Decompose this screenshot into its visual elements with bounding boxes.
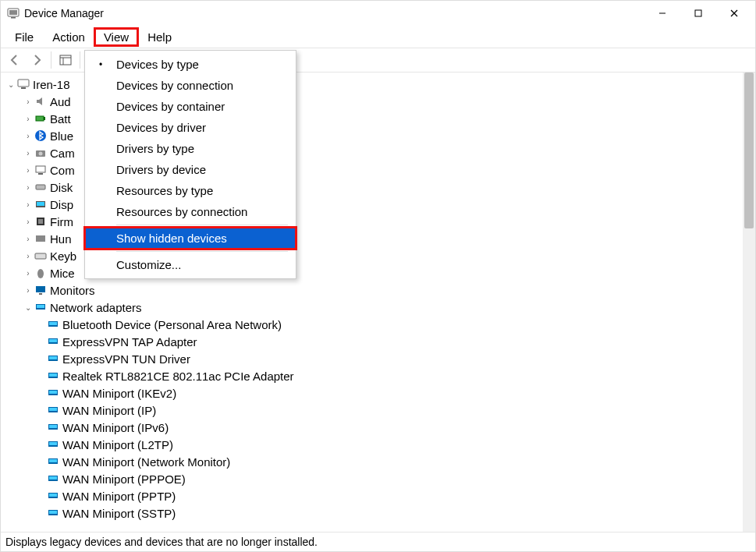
menu-item-label: Show hidden devices bbox=[116, 232, 227, 245]
expand-icon[interactable]: › bbox=[23, 269, 34, 278]
menu-view[interactable]: View bbox=[94, 28, 138, 46]
menu-devices-by-connection[interactable]: Devices by connection bbox=[85, 75, 296, 96]
device-label: WAN Miniport (IPv6) bbox=[62, 421, 169, 434]
tree-device[interactable]: WAN Miniport (IPv6) bbox=[1, 419, 743, 436]
svg-rect-44 bbox=[49, 425, 57, 428]
menu-item-label: Resources by connection bbox=[116, 205, 247, 218]
tree-category-monitors[interactable]: ›Monitors bbox=[1, 281, 743, 299]
svg-rect-1 bbox=[9, 10, 17, 15]
menu-help[interactable]: Help bbox=[138, 28, 181, 46]
close-button[interactable] bbox=[716, 1, 752, 26]
expand-icon[interactable]: › bbox=[23, 183, 34, 192]
statusbar-text: Displays legacy devices and devices that… bbox=[5, 536, 318, 548]
svg-rect-50 bbox=[49, 476, 57, 479]
tree-device[interactable]: WAN Miniport (Network Monitor) bbox=[1, 453, 743, 470]
expand-icon[interactable]: › bbox=[23, 200, 34, 209]
collapse-icon[interactable]: ⌄ bbox=[5, 80, 16, 89]
svg-rect-2 bbox=[11, 17, 16, 19]
expand-icon[interactable]: › bbox=[23, 132, 34, 140]
tree-device[interactable]: WAN Miniport (IP) bbox=[1, 402, 743, 419]
collapse-icon[interactable]: ⌄ bbox=[23, 303, 34, 312]
expand-icon[interactable]: › bbox=[23, 115, 34, 123]
menu-customize[interactable]: Customize... bbox=[85, 254, 296, 275]
svg-rect-7 bbox=[60, 55, 71, 65]
menu-separator bbox=[116, 251, 288, 252]
menu-resources-by-type[interactable]: Resources by type bbox=[85, 180, 296, 201]
battery-icon bbox=[34, 112, 48, 125]
network-adapter-icon bbox=[46, 352, 60, 365]
category-label: Cam bbox=[50, 147, 75, 160]
forward-button[interactable] bbox=[27, 51, 46, 69]
menu-item-label: Devices by type bbox=[116, 58, 199, 71]
scrollbar-thumb[interactable] bbox=[744, 73, 754, 228]
tree-device[interactable]: ExpressVPN TUN Driver bbox=[1, 350, 743, 367]
device-label: Bluetooth Device (Personal Area Network) bbox=[62, 318, 282, 331]
tree-device[interactable]: WAN Miniport (L2TP) bbox=[1, 436, 743, 453]
menu-file[interactable]: File bbox=[5, 28, 43, 46]
tree-device[interactable]: ExpressVPN TAP Adapter bbox=[1, 333, 743, 350]
network-adapter-icon bbox=[34, 301, 48, 313]
network-adapter-icon bbox=[46, 455, 60, 468]
menu-devices-by-type[interactable]: •Devices by type bbox=[85, 54, 296, 75]
expand-icon[interactable]: › bbox=[23, 218, 34, 226]
computer-icon bbox=[34, 164, 48, 176]
svg-point-26 bbox=[37, 269, 44, 278]
menu-action[interactable]: Action bbox=[43, 28, 94, 46]
menu-item-label: Drivers by type bbox=[116, 142, 194, 155]
expand-icon[interactable]: › bbox=[23, 286, 34, 295]
tree-device[interactable]: WAN Miniport (PPPOE) bbox=[1, 470, 743, 487]
expand-icon[interactable]: › bbox=[23, 252, 34, 260]
svg-rect-13 bbox=[44, 117, 45, 120]
device-manager-icon bbox=[7, 7, 20, 19]
category-label: Monitors bbox=[50, 284, 95, 297]
svg-rect-10 bbox=[18, 80, 29, 87]
back-button[interactable] bbox=[5, 51, 24, 69]
maximize-button[interactable] bbox=[680, 1, 716, 26]
minimize-button[interactable] bbox=[644, 1, 680, 26]
category-label: Keyb bbox=[50, 249, 76, 263]
expand-icon[interactable]: › bbox=[23, 149, 34, 157]
hid-icon bbox=[34, 232, 48, 245]
menu-drivers-by-type[interactable]: Drivers by type bbox=[85, 138, 296, 159]
category-label: Hun bbox=[50, 232, 72, 246]
monitor-icon bbox=[34, 284, 48, 296]
category-label: Firm bbox=[50, 215, 73, 228]
show-hide-console-tree-button[interactable] bbox=[56, 51, 75, 69]
tree-device[interactable]: WAN Miniport (SSTP) bbox=[1, 504, 743, 522]
expand-icon[interactable]: › bbox=[23, 235, 34, 243]
tree-device[interactable]: WAN Miniport (PPTP) bbox=[1, 487, 743, 504]
tree-category-network[interactable]: ⌄Network adapters bbox=[1, 299, 743, 316]
expand-icon[interactable]: › bbox=[23, 166, 34, 175]
window-title: Device Manager bbox=[24, 7, 644, 19]
svg-rect-52 bbox=[49, 494, 57, 497]
menu-devices-by-driver[interactable]: Devices by driver bbox=[85, 117, 296, 138]
svg-rect-12 bbox=[36, 116, 44, 121]
category-label: Com bbox=[50, 164, 75, 177]
expand-icon[interactable]: › bbox=[23, 97, 34, 106]
vertical-scrollbar[interactable] bbox=[743, 73, 755, 532]
mouse-icon bbox=[34, 267, 48, 279]
network-adapter-icon bbox=[46, 370, 60, 382]
network-adapter-icon bbox=[46, 318, 60, 331]
svg-rect-25 bbox=[35, 253, 46, 259]
tree-device[interactable]: Realtek RTL8821CE 802.11ac PCIe Adapter bbox=[1, 367, 743, 384]
svg-rect-40 bbox=[49, 391, 57, 394]
svg-rect-21 bbox=[37, 202, 44, 206]
svg-rect-54 bbox=[49, 511, 57, 514]
menu-show-hidden-devices[interactable]: Show hidden devices bbox=[85, 228, 296, 249]
device-label: ExpressVPN TUN Driver bbox=[62, 352, 190, 366]
svg-point-16 bbox=[39, 152, 43, 156]
svg-rect-42 bbox=[49, 408, 57, 411]
menu-drivers-by-device[interactable]: Drivers by device bbox=[85, 159, 296, 180]
menu-separator bbox=[116, 225, 288, 225]
tree-device[interactable]: WAN Miniport (IKEv2) bbox=[1, 384, 743, 402]
svg-rect-30 bbox=[37, 305, 44, 308]
menu-resources-by-connection[interactable]: Resources by connection bbox=[85, 201, 296, 222]
svg-rect-23 bbox=[38, 219, 43, 224]
network-adapter-icon bbox=[46, 507, 60, 519]
svg-rect-28 bbox=[39, 293, 42, 295]
menu-devices-by-container[interactable]: Devices by container bbox=[85, 96, 296, 117]
tree-device[interactable]: Bluetooth Device (Personal Area Network) bbox=[1, 316, 743, 333]
speaker-icon bbox=[34, 95, 48, 108]
category-label: Mice bbox=[50, 267, 75, 280]
